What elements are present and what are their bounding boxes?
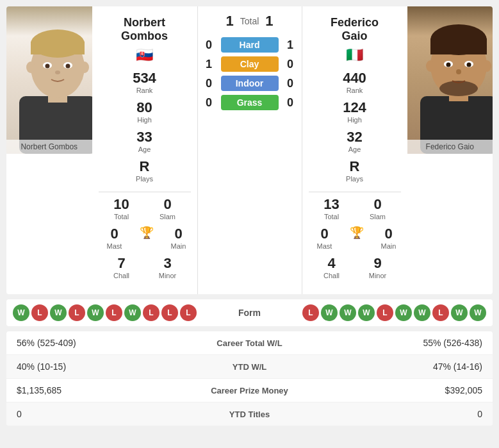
left-plays-cell: R Plays: [129, 158, 161, 183]
left-high-label: High: [137, 116, 152, 124]
form-right-badge-3: W: [358, 304, 375, 321]
form-right-badge-6: W: [414, 304, 430, 321]
right-slam-cell: 0 Slam: [362, 196, 394, 220]
left-high-cell: 80 High: [129, 99, 161, 124]
surface-row-grass: 0 Grass 0: [201, 95, 299, 110]
right-chall-value: 4: [327, 255, 335, 272]
right-high-cell: 124 High: [339, 99, 371, 124]
left-plays-label: Plays: [136, 175, 153, 183]
form-left-badge-5: L: [106, 304, 122, 321]
svg-point-7: [45, 64, 50, 69]
right-total-value: 13: [323, 196, 339, 213]
stats-left-val-2: $1,135,685: [17, 385, 186, 395]
form-right-badge-1: W: [321, 304, 338, 321]
left-minor-label: Minor: [159, 272, 177, 279]
svg-point-24: [482, 60, 491, 72]
left-chall-minor-row: 7 Chall 3 Minor: [99, 255, 191, 279]
right-age-label: Age: [348, 145, 361, 153]
left-player-info: Norbert Gombos 🇸🇰 534 Rank 80 High 33: [92, 6, 198, 294]
right-plays-cell: R Plays: [339, 158, 371, 183]
surface-pill-grass: Grass: [221, 95, 279, 110]
form-section: WLWLWLWLLL Form LWWWLWWLWW: [6, 299, 493, 326]
total-label: Total: [240, 16, 259, 26]
right-main-label: Main: [381, 242, 397, 250]
surface-pill-clay: Clay: [221, 56, 279, 72]
right-mast-label: Mast: [317, 242, 332, 250]
surface-score-right-1: 0: [282, 58, 299, 71]
right-mast-main-row: 0 Mast 🏆 0 Main: [309, 226, 401, 250]
right-player-photo: Federico Gaio: [407, 6, 493, 154]
right-main-cell: 0 Main: [373, 226, 405, 250]
left-high-row: 80 High: [99, 99, 191, 124]
right-slam-value: 0: [373, 196, 381, 213]
stats-center-label-0: Career Total W/L: [186, 338, 314, 348]
form-right-badge-9: W: [470, 304, 486, 321]
surface-rows: 0 Hard 1 1 Clay 0 0 Indoor 0 0 Grass 0: [201, 37, 299, 114]
form-left-badge-7: L: [143, 304, 160, 321]
stats-right-val-0: 55% (526-438): [314, 338, 483, 348]
left-minor-value: 3: [163, 255, 171, 272]
left-age-cell: 33 Age: [129, 129, 161, 153]
form-left-badge-3: L: [69, 304, 85, 321]
form-left: WLWLWLWLLL: [13, 304, 211, 321]
right-rank-cell: 440 Rank: [339, 70, 371, 94]
surface-score-right-0: 1: [282, 38, 299, 52]
surface-score-left-0: 0: [201, 38, 217, 52]
left-slam-label: Slam: [160, 213, 176, 220]
left-age-label: Age: [138, 145, 151, 153]
svg-point-9: [55, 71, 60, 74]
left-minor-cell: 3 Minor: [152, 255, 184, 279]
left-player-photo: Norbert Gombos: [6, 6, 92, 154]
surface-score-right-2: 0: [282, 77, 299, 90]
right-total-cell: 13 Total: [316, 196, 348, 220]
right-minor-cell: 9 Minor: [362, 255, 394, 279]
left-high-value: 80: [136, 99, 152, 116]
form-left-badge-0: W: [13, 304, 29, 321]
stats-left-val-3: 0: [17, 409, 186, 419]
left-photo-label: Norbert Gombos: [6, 140, 92, 154]
stats-right-val-3: 0: [314, 409, 483, 419]
form-left-badge-6: W: [124, 304, 141, 321]
left-trophy-cell: 🏆: [131, 226, 163, 250]
right-chall-label: Chall: [323, 272, 339, 279]
left-main-cell: 0 Main: [163, 226, 195, 250]
right-chall-minor-row: 4 Chall 9 Minor: [309, 255, 401, 279]
stats-row-2: $1,135,685 Career Prize Money $392,005: [6, 379, 493, 402]
svg-point-11: [80, 62, 89, 73]
right-total-label: Total: [324, 213, 339, 220]
stats-row-1: 40% (10-15) YTD W/L 47% (14-16): [6, 355, 493, 379]
svg-point-20: [446, 63, 450, 67]
left-total-cell: 10 Total: [106, 196, 138, 220]
left-age-row: 33 Age: [99, 129, 191, 153]
right-minor-label: Minor: [369, 272, 387, 279]
form-left-badge-9: L: [180, 304, 197, 321]
form-label: Form: [211, 308, 288, 318]
left-mast-cell: 0 Mast: [99, 226, 131, 250]
center-panel: 1 Total 1 0 Hard 1 1 Clay 0 0 Indoor 0 0…: [198, 6, 302, 294]
form-left-badge-8: L: [161, 304, 178, 321]
total-left-value: 1: [225, 13, 233, 29]
right-slam-label: Slam: [370, 213, 386, 220]
right-trophy-icon: 🏆: [350, 226, 364, 240]
surface-score-left-2: 0: [201, 77, 217, 90]
svg-point-22: [456, 69, 461, 74]
right-chall-cell: 4 Chall: [316, 255, 348, 279]
right-plays-row: R Plays: [309, 158, 401, 183]
left-rank-label: Rank: [136, 87, 153, 94]
left-main-value: 0: [174, 226, 182, 242]
stats-row-3: 0 YTD Titles 0: [6, 402, 493, 426]
stats-table: 56% (525-409) Career Total W/L 55% (526-…: [6, 331, 493, 426]
left-mast-main-row: 0 Mast 🏆 0 Main: [99, 226, 191, 250]
stats-right-val-2: $392,005: [314, 385, 483, 395]
form-left-badge-2: W: [50, 304, 67, 321]
stats-left-val-1: 40% (10-15): [17, 361, 186, 372]
right-flag: 🇮🇹: [346, 47, 363, 63]
left-main-label: Main: [171, 242, 186, 250]
left-slam-cell: 0 Slam: [152, 196, 184, 220]
left-rank-value: 534: [133, 70, 156, 87]
right-minor-value: 9: [373, 255, 381, 272]
svg-point-21: [466, 63, 471, 67]
left-player-name: Norbert Gombos: [121, 16, 168, 43]
form-right-badge-7: L: [432, 304, 449, 321]
svg-point-10: [26, 62, 35, 73]
